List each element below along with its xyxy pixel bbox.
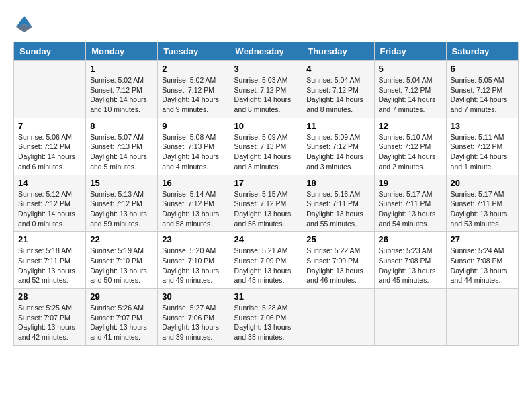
- day-header: Friday: [374, 42, 446, 61]
- day-number: 27: [451, 234, 514, 244]
- day-header: Sunday: [14, 42, 86, 61]
- calendar-week-row: 1Sunrise: 5:02 AMSunset: 7:12 PMDaylight…: [14, 61, 519, 118]
- day-number: 20: [451, 178, 514, 188]
- day-detail: Sunrise: 5:18 AMSunset: 7:11 PMDaylight:…: [18, 246, 81, 285]
- calendar-cell: 30Sunrise: 5:27 AMSunset: 7:06 PMDayligh…: [158, 289, 230, 346]
- day-number: 17: [234, 178, 298, 188]
- day-detail: Sunrise: 5:28 AMSunset: 7:06 PMDaylight:…: [234, 303, 298, 342]
- day-number: 22: [90, 234, 153, 244]
- day-detail: Sunrise: 5:14 AMSunset: 7:12 PMDaylight:…: [162, 189, 225, 229]
- day-detail: Sunrise: 5:23 AMSunset: 7:08 PMDaylight:…: [379, 246, 442, 285]
- day-number: 24: [234, 234, 298, 244]
- day-header: Tuesday: [158, 42, 230, 61]
- day-number: 16: [162, 178, 225, 188]
- calendar-cell: 14Sunrise: 5:12 AMSunset: 7:12 PMDayligh…: [14, 175, 86, 232]
- day-number: 13: [451, 121, 514, 131]
- calendar-cell: 21Sunrise: 5:18 AMSunset: 7:11 PMDayligh…: [14, 232, 86, 289]
- calendar-cell: [302, 289, 374, 346]
- calendar-cell: 10Sunrise: 5:09 AMSunset: 7:13 PMDayligh…: [230, 118, 302, 175]
- calendar-cell: 11Sunrise: 5:09 AMSunset: 7:12 PMDayligh…: [302, 118, 374, 175]
- day-detail: Sunrise: 5:19 AMSunset: 7:10 PMDaylight:…: [90, 246, 153, 285]
- day-number: 10: [234, 121, 298, 131]
- calendar-cell: 25Sunrise: 5:22 AMSunset: 7:09 PMDayligh…: [302, 232, 374, 289]
- day-detail: Sunrise: 5:02 AMSunset: 7:12 PMDaylight:…: [90, 75, 153, 115]
- day-detail: Sunrise: 5:04 AMSunset: 7:12 PMDaylight:…: [306, 75, 369, 115]
- day-detail: Sunrise: 5:20 AMSunset: 7:10 PMDaylight:…: [162, 246, 225, 285]
- day-number: 28: [18, 291, 81, 302]
- calendar-cell: 22Sunrise: 5:19 AMSunset: 7:10 PMDayligh…: [86, 232, 158, 289]
- day-detail: Sunrise: 5:17 AMSunset: 7:11 PMDaylight:…: [379, 189, 442, 229]
- logo: [13, 13, 38, 35]
- day-number: 26: [379, 234, 442, 244]
- day-detail: Sunrise: 5:08 AMSunset: 7:13 PMDaylight:…: [162, 132, 225, 172]
- day-detail: Sunrise: 5:10 AMSunset: 7:12 PMDaylight:…: [379, 132, 442, 172]
- calendar-cell: 20Sunrise: 5:17 AMSunset: 7:11 PMDayligh…: [446, 175, 518, 232]
- calendar-header: SundayMondayTuesdayWednesdayThursdayFrid…: [14, 42, 519, 61]
- day-detail: Sunrise: 5:04 AMSunset: 7:12 PMDaylight:…: [379, 75, 442, 115]
- day-number: 1: [90, 64, 153, 74]
- day-header: Wednesday: [230, 42, 302, 61]
- calendar-cell: 16Sunrise: 5:14 AMSunset: 7:12 PMDayligh…: [158, 175, 230, 232]
- calendar-cell: 9Sunrise: 5:08 AMSunset: 7:13 PMDaylight…: [158, 118, 230, 175]
- calendar-body: 1Sunrise: 5:02 AMSunset: 7:12 PMDaylight…: [14, 61, 519, 346]
- day-header: Saturday: [446, 42, 518, 61]
- day-number: 6: [451, 64, 514, 74]
- day-header: Thursday: [302, 42, 374, 61]
- calendar-cell: 29Sunrise: 5:26 AMSunset: 7:07 PMDayligh…: [86, 289, 158, 346]
- calendar-cell: 5Sunrise: 5:04 AMSunset: 7:12 PMDaylight…: [374, 61, 446, 118]
- day-number: 14: [18, 178, 81, 188]
- calendar-cell: [446, 289, 518, 346]
- calendar-cell: [374, 289, 446, 346]
- day-detail: Sunrise: 5:06 AMSunset: 7:12 PMDaylight:…: [18, 132, 81, 172]
- calendar-week-row: 28Sunrise: 5:25 AMSunset: 7:07 PMDayligh…: [14, 289, 519, 346]
- day-number: 25: [306, 234, 369, 244]
- day-detail: Sunrise: 5:03 AMSunset: 7:12 PMDaylight:…: [234, 75, 298, 115]
- day-detail: Sunrise: 5:17 AMSunset: 7:11 PMDaylight:…: [451, 189, 514, 229]
- day-detail: Sunrise: 5:13 AMSunset: 7:12 PMDaylight:…: [90, 189, 153, 229]
- day-number: 19: [379, 178, 442, 188]
- day-detail: Sunrise: 5:27 AMSunset: 7:06 PMDaylight:…: [162, 303, 225, 342]
- calendar-cell: 18Sunrise: 5:16 AMSunset: 7:11 PMDayligh…: [302, 175, 374, 232]
- day-detail: Sunrise: 5:22 AMSunset: 7:09 PMDaylight:…: [306, 246, 369, 285]
- day-detail: Sunrise: 5:09 AMSunset: 7:12 PMDaylight:…: [306, 132, 369, 172]
- calendar-cell: 12Sunrise: 5:10 AMSunset: 7:12 PMDayligh…: [374, 118, 446, 175]
- day-number: 15: [90, 178, 153, 188]
- day-detail: Sunrise: 5:12 AMSunset: 7:12 PMDaylight:…: [18, 189, 81, 229]
- header: [13, 13, 519, 35]
- calendar-cell: 13Sunrise: 5:11 AMSunset: 7:12 PMDayligh…: [446, 118, 518, 175]
- logo-icon: [13, 13, 35, 35]
- day-detail: Sunrise: 5:26 AMSunset: 7:07 PMDaylight:…: [90, 303, 153, 342]
- calendar-cell: 2Sunrise: 5:02 AMSunset: 7:12 PMDaylight…: [158, 61, 230, 118]
- day-number: 2: [162, 64, 225, 74]
- day-number: 5: [379, 64, 442, 74]
- day-header: Monday: [86, 42, 158, 61]
- day-number: 31: [234, 291, 298, 302]
- calendar-cell: 19Sunrise: 5:17 AMSunset: 7:11 PMDayligh…: [374, 175, 446, 232]
- calendar-cell: 23Sunrise: 5:20 AMSunset: 7:10 PMDayligh…: [158, 232, 230, 289]
- calendar-cell: 27Sunrise: 5:24 AMSunset: 7:08 PMDayligh…: [446, 232, 518, 289]
- day-detail: Sunrise: 5:11 AMSunset: 7:12 PMDaylight:…: [451, 132, 514, 172]
- day-number: 9: [162, 121, 225, 131]
- day-number: 23: [162, 234, 225, 244]
- day-number: 8: [90, 121, 153, 131]
- calendar-cell: 26Sunrise: 5:23 AMSunset: 7:08 PMDayligh…: [374, 232, 446, 289]
- day-number: 11: [306, 121, 369, 131]
- calendar-cell: 8Sunrise: 5:07 AMSunset: 7:13 PMDaylight…: [86, 118, 158, 175]
- day-number: 30: [162, 291, 225, 302]
- calendar-cell: 1Sunrise: 5:02 AMSunset: 7:12 PMDaylight…: [86, 61, 158, 118]
- calendar-cell: 17Sunrise: 5:15 AMSunset: 7:12 PMDayligh…: [230, 175, 302, 232]
- calendar-week-row: 21Sunrise: 5:18 AMSunset: 7:11 PMDayligh…: [14, 232, 519, 289]
- calendar-week-row: 7Sunrise: 5:06 AMSunset: 7:12 PMDaylight…: [14, 118, 519, 175]
- day-number: 29: [90, 291, 153, 302]
- calendar-cell: 24Sunrise: 5:21 AMSunset: 7:09 PMDayligh…: [230, 232, 302, 289]
- day-number: 3: [234, 64, 298, 74]
- day-detail: Sunrise: 5:24 AMSunset: 7:08 PMDaylight:…: [451, 246, 514, 285]
- calendar-week-row: 14Sunrise: 5:12 AMSunset: 7:12 PMDayligh…: [14, 175, 519, 232]
- calendar-cell: 6Sunrise: 5:05 AMSunset: 7:12 PMDaylight…: [446, 61, 518, 118]
- day-detail: Sunrise: 5:16 AMSunset: 7:11 PMDaylight:…: [306, 189, 369, 229]
- day-detail: Sunrise: 5:25 AMSunset: 7:07 PMDaylight:…: [18, 303, 81, 342]
- day-detail: Sunrise: 5:21 AMSunset: 7:09 PMDaylight:…: [234, 246, 298, 285]
- day-number: 21: [18, 234, 81, 244]
- day-number: 4: [306, 64, 369, 74]
- calendar-cell: [14, 61, 86, 118]
